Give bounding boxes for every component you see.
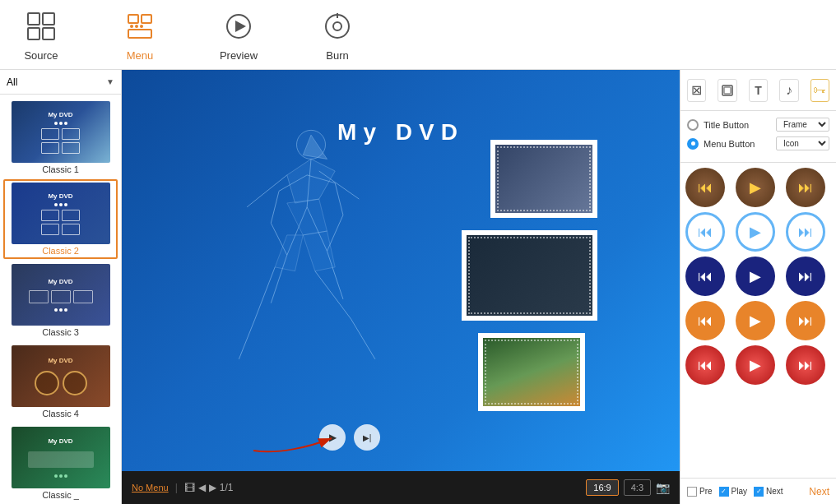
svg-marker-28 bbox=[287, 199, 327, 235]
filter-bar[interactable]: All ▼ bbox=[0, 70, 121, 95]
next-cb-box: ✓ bbox=[754, 487, 764, 497]
frame-tool-btn[interactable] bbox=[718, 79, 736, 102]
template-classic1[interactable]: My DVD Classic 1 bbox=[3, 98, 118, 178]
center-preview: My DVD bbox=[122, 70, 680, 504]
text-tool-btn[interactable]: T bbox=[749, 79, 768, 102]
thumb-classic2: My DVD bbox=[12, 183, 110, 244]
svg-line-34 bbox=[255, 267, 275, 319]
burn-label: Burn bbox=[326, 49, 348, 62]
next-checkbox[interactable]: ✓ Next bbox=[754, 487, 783, 497]
svg-line-24 bbox=[335, 183, 343, 215]
btn-blue-outline-prev[interactable]: ⏮ bbox=[685, 212, 725, 252]
svg-point-31 bbox=[296, 130, 325, 159]
preview-label: Preview bbox=[220, 49, 258, 62]
btn-blue-outline-play[interactable]: ▶ bbox=[736, 212, 775, 252]
menu-button-row: Menu Button Icon Frame Text None bbox=[687, 136, 829, 150]
source-label: Source bbox=[24, 49, 58, 62]
svg-point-7 bbox=[130, 25, 133, 28]
menu-label: Menu bbox=[127, 49, 154, 62]
rp-options: Title Button Frame Icon Text None Menu B… bbox=[680, 111, 836, 163]
svg-marker-29 bbox=[275, 235, 303, 271]
btn-red-play[interactable]: ▶ bbox=[736, 345, 775, 385]
bg-image-tool-btn[interactable]: ⊠ bbox=[687, 79, 706, 102]
thumb-classic3: My DVD bbox=[12, 264, 110, 326]
ratio-16-9-btn[interactable]: 16:9 bbox=[586, 479, 618, 496]
btn-darkblue-play[interactable]: ▶ bbox=[736, 257, 775, 296]
btn-red-next[interactable]: ⏭ bbox=[786, 345, 825, 385]
rp-toolbar: ⊠ T ♪ 🗝 bbox=[680, 70, 836, 111]
pre-checkbox[interactable]: Pre bbox=[687, 487, 713, 497]
stamp-3 bbox=[478, 333, 585, 411]
svg-point-13 bbox=[333, 22, 341, 30]
filter-chevron-icon: ▼ bbox=[106, 77, 114, 86]
svg-rect-1 bbox=[43, 13, 54, 25]
svg-rect-3 bbox=[43, 28, 54, 39]
btn-orange-next[interactable]: ⏭ bbox=[786, 301, 825, 340]
template-classic2[interactable]: My DVD Classic 2 bbox=[3, 179, 118, 259]
title-button-radio[interactable] bbox=[687, 119, 699, 131]
menu-button-radio[interactable] bbox=[687, 138, 699, 150]
pre-label: Pre bbox=[699, 487, 713, 496]
btn-orange-play[interactable]: ▶ bbox=[736, 301, 775, 340]
menu-button-label: Menu Button bbox=[704, 139, 771, 149]
preview-icon bbox=[221, 8, 257, 44]
svg-line-35 bbox=[315, 271, 351, 319]
next-ctrl-btn[interactable]: ▶| bbox=[354, 424, 380, 451]
toolbar-burn[interactable]: Burn bbox=[313, 8, 362, 62]
btn-wood-prev[interactable]: ⏮ bbox=[685, 168, 725, 207]
stamp-1 bbox=[490, 140, 597, 218]
pb-right: 16:9 4:3 📷 bbox=[586, 479, 670, 496]
menu-button-select[interactable]: Icon Frame Text None bbox=[776, 136, 829, 150]
svg-rect-6 bbox=[128, 30, 151, 38]
ratio-4-3-btn[interactable]: 4:3 bbox=[624, 479, 651, 496]
no-menu-link[interactable]: No Menu bbox=[132, 483, 169, 492]
play-checkbox[interactable]: ✓ Play bbox=[719, 487, 747, 497]
play-label: Play bbox=[732, 487, 747, 496]
btn-blue-outline-next[interactable]: ⏭ bbox=[786, 212, 825, 252]
template-classic3[interactable]: My DVD Classic 3 bbox=[3, 261, 118, 340]
title-button-select[interactable]: Frame Icon Text None bbox=[776, 118, 829, 132]
next-nav-btn[interactable]: ▶ bbox=[209, 482, 216, 493]
left-panel: All ▼ My DVD bbox=[0, 70, 122, 504]
next-button[interactable]: Next bbox=[809, 486, 829, 497]
play-ctrl-btn[interactable]: ▶ bbox=[319, 424, 346, 451]
thumb-classic4: My DVD bbox=[12, 345, 110, 407]
template-classic3-label: Classic 3 bbox=[42, 327, 79, 337]
pre-cb-box bbox=[687, 487, 697, 497]
template-classic5-label: Classic _ bbox=[42, 490, 79, 500]
pb-left: No Menu | 🎞 ◀ ▶ 1/1 bbox=[132, 482, 233, 494]
btn-wood-play[interactable]: ▶ bbox=[736, 168, 775, 207]
svg-line-23 bbox=[271, 191, 279, 223]
key-tool-btn[interactable]: 🗝 bbox=[810, 79, 829, 102]
toolbar-menu[interactable]: Menu bbox=[115, 8, 165, 62]
template-classic2-label: Classic 2 bbox=[42, 246, 79, 256]
music-tool-btn[interactable]: ♪ bbox=[779, 79, 798, 102]
title-button-label: Title Button bbox=[704, 120, 771, 130]
screenshot-icon[interactable]: 📷 bbox=[656, 481, 670, 494]
svg-point-8 bbox=[135, 25, 138, 28]
pb-nav: 🎞 ◀ ▶ 1/1 bbox=[184, 482, 234, 494]
btn-red-prev[interactable]: ⏮ bbox=[685, 345, 725, 385]
btn-wood-next[interactable]: ⏭ bbox=[786, 168, 825, 207]
svg-marker-30 bbox=[303, 231, 335, 271]
toolbar-preview[interactable]: Preview bbox=[214, 8, 263, 62]
right-panel: backgroundmusic add text define the play… bbox=[680, 70, 836, 504]
toolbar-source[interactable]: Source bbox=[16, 8, 66, 62]
runner-figure bbox=[155, 111, 467, 415]
btn-darkblue-next[interactable]: ⏭ bbox=[786, 257, 825, 296]
svg-line-36 bbox=[239, 319, 254, 359]
play-cb-box: ✓ bbox=[719, 487, 729, 497]
preview-bottom-bar: No Menu | 🎞 ◀ ▶ 1/1 16:9 4:3 📷 bbox=[122, 471, 680, 504]
prev-nav-btn[interactable]: ◀ bbox=[198, 482, 206, 493]
template-classic4[interactable]: My DVD Classic 4 bbox=[3, 342, 118, 422]
svg-point-9 bbox=[140, 25, 143, 28]
svg-rect-4 bbox=[128, 15, 138, 23]
preview-canvas[interactable]: My DVD bbox=[122, 70, 680, 471]
thumb-classic1: My DVD bbox=[12, 101, 110, 163]
btn-darkblue-prev[interactable]: ⏮ bbox=[685, 257, 725, 296]
burn-icon bbox=[319, 8, 355, 44]
rp-footer: Pre ✓ Play ✓ Next Next bbox=[680, 478, 836, 504]
template-classic5[interactable]: My DVD Classic _ bbox=[3, 423, 118, 503]
btn-orange-prev[interactable]: ⏮ bbox=[685, 301, 725, 340]
preview-controls: ▶ ▶| bbox=[319, 424, 380, 451]
